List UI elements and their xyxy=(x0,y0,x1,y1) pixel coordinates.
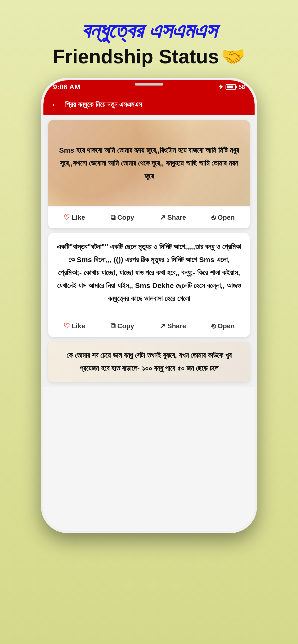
phone-mockup: 9:06 AM ✈ 58 ← প্রিয় বন্ধুকে নিয়ে নতুন… xyxy=(41,78,257,533)
title-bengali: বন্ধুত্বের এসএমএস xyxy=(14,19,284,42)
copy-icon: ⧉ xyxy=(110,213,115,222)
battery-icon xyxy=(226,84,236,90)
card2-copy-icon: ⧉ xyxy=(110,322,115,330)
share-label: Share xyxy=(168,214,186,222)
open-icon: ⎋ xyxy=(211,214,216,222)
status-icons: ✈ 58 xyxy=(218,84,245,90)
phone-inner: 9:06 AM ✈ 58 ← প্রিয় বন্ধুকে নিয়ে নতুন… xyxy=(43,80,255,531)
card2-share-icon: ↗ xyxy=(160,322,166,330)
card2-open-button[interactable]: ⎋ Open xyxy=(209,320,238,332)
app-bar: ← প্রিয় বন্ধুকে নিয়ে নতুন এসএমএস xyxy=(43,94,255,115)
card2-text-body: একটি"বাস্তব"ঘটনা"" একটি ছেলে মৃত্যুর ৩ ম… xyxy=(48,233,250,310)
title-emoji: 🤝 xyxy=(221,45,245,68)
card3-text: কে তোমার সব চেয়ে ভাল বন্ধু সেটা তখনই বু… xyxy=(57,349,241,375)
battery-level: 58 xyxy=(238,84,245,90)
open-label: Open xyxy=(218,214,235,222)
like-label: Like xyxy=(72,214,85,222)
card2-actions: ♡ Like ⧉ Copy ↗ Share ⎋ Open xyxy=(48,315,250,337)
status-time: 9:06 AM xyxy=(53,83,80,91)
card1-copy-button[interactable]: ⧉ Copy xyxy=(107,211,137,224)
card2-open-icon: ⎋ xyxy=(211,322,216,330)
title-english: Friendship Status 🤝 xyxy=(14,45,284,68)
card2-like-button[interactable]: ♡ Like xyxy=(60,320,88,332)
card2-copy-label: Copy xyxy=(117,322,134,330)
sms-card-2: একটি"বাস্তব"ঘটনা"" একটি ছেলে মৃত্যুর ৩ ম… xyxy=(48,233,250,337)
card2-like-label: Like xyxy=(72,322,85,330)
sms-card-3: কে তোমার সব চেয়ে ভাল বন্ধু সেটা তখনই বু… xyxy=(48,342,250,382)
like-heart-icon: ♡ xyxy=(63,213,70,222)
side-button-right xyxy=(255,140,257,169)
status-bar: 9:06 AM ✈ 58 xyxy=(43,80,255,94)
sms-card-1: Sms হয়ে থাকবো আমি তোমার হৃদয় জুরে,,রিং… xyxy=(48,120,250,228)
copy-label: Copy xyxy=(117,214,134,222)
card2-open-label: Open xyxy=(218,322,235,330)
back-button[interactable]: ← xyxy=(51,99,60,110)
page-header: বন্ধুত্বের এসএমএস Friendship Status 🤝 xyxy=(0,0,298,78)
app-bar-title: প্রিয় বন্ধুকে নিয়ে নতুন এসএমএস xyxy=(65,100,247,109)
title-english-text: Friendship Status xyxy=(53,45,219,68)
card1-image: Sms হয়ে থাকবো আমি তোমার হৃদয় জুরে,,রিং… xyxy=(48,120,250,206)
airplane-icon: ✈ xyxy=(218,84,223,90)
side-button-left xyxy=(41,128,43,147)
share-icon: ↗ xyxy=(160,213,166,222)
card1-share-button[interactable]: ↗ Share xyxy=(157,211,189,224)
card2-text: একটি"বাস্তব"ঘটনা"" একটি ছেলে মৃত্যুর ৩ ম… xyxy=(48,233,250,305)
card2-like-heart-icon: ♡ xyxy=(63,322,70,330)
card2-copy-button[interactable]: ⧉ Copy xyxy=(107,320,137,332)
phone-speaker xyxy=(135,83,163,86)
card1-like-button[interactable]: ♡ Like xyxy=(60,211,88,224)
card1-text: Sms হয়ে থাকবো আমি তোমার হৃদয় জুরে,,রিং… xyxy=(48,136,250,190)
card1-actions: ♡ Like ⧉ Copy ↗ Share ⎋ Open xyxy=(48,206,250,228)
card1-open-button[interactable]: ⎋ Open xyxy=(209,212,238,224)
phone-content: Sms হয়ে থাকবো আমি তোমার হৃদয় জুরে,,রিং… xyxy=(43,115,255,387)
card2-share-label: Share xyxy=(168,322,186,330)
card2-share-button[interactable]: ↗ Share xyxy=(157,320,189,332)
